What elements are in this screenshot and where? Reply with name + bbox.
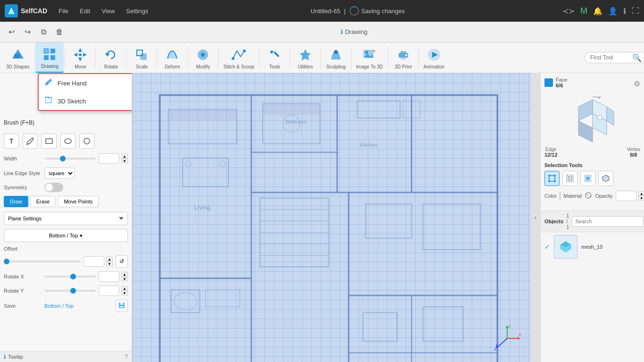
- rotatey-up[interactable]: ▲: [121, 286, 128, 291]
- rotatex-input[interactable]: 0: [99, 271, 119, 282]
- menu-view[interactable]: View: [97, 6, 119, 17]
- svg-rect-21: [274, 51, 280, 57]
- material-icon[interactable]: [585, 192, 592, 200]
- magic-icon[interactable]: M: [580, 6, 587, 16]
- copy-button[interactable]: ⧉: [36, 25, 51, 40]
- save-button[interactable]: [116, 300, 128, 312]
- oval-tool-icon[interactable]: [60, 134, 75, 149]
- face-count: 6/6: [556, 83, 567, 88]
- width-slider-thumb[interactable]: [60, 156, 66, 161]
- tool-scale[interactable]: Scale: [127, 42, 156, 73]
- tool-3dprint[interactable]: 3D Print: [389, 42, 418, 73]
- tool-3dshapes[interactable]: 3D Shapes: [2, 42, 33, 73]
- user-icon[interactable]: 👤: [608, 7, 618, 16]
- animation-label: Animation: [424, 64, 444, 69]
- offset-down[interactable]: ▼: [106, 261, 113, 266]
- freehand-item[interactable]: Free Hand F: [39, 74, 132, 92]
- opacity-input[interactable]: 100: [616, 191, 636, 201]
- app-logo[interactable]: SelfCAD: [5, 4, 47, 17]
- info-icon[interactable]: ℹ: [623, 7, 626, 16]
- rotatey-input[interactable]: 0: [99, 286, 119, 296]
- line-edge-style-select[interactable]: square round flat: [44, 168, 75, 179]
- offset-label: Offset: [4, 246, 42, 252]
- tool-image3d[interactable]: Image To 3D: [352, 42, 387, 73]
- delete-button[interactable]: 🗑: [52, 25, 67, 40]
- width-input[interactable]: 24: [99, 153, 119, 164]
- vertex-item: Vertex 8/8: [627, 147, 640, 158]
- rotatey-thumb[interactable]: [70, 288, 76, 294]
- search-input[interactable]: [572, 216, 644, 227]
- offset-slider[interactable]: [4, 261, 81, 262]
- select-vertex-icon[interactable]: [544, 171, 560, 186]
- menu-file[interactable]: File: [54, 6, 73, 17]
- tool-animation[interactable]: Animation: [420, 42, 448, 73]
- image3d-label: Image To 3D: [356, 64, 383, 69]
- view-cube[interactable]: [569, 95, 616, 142]
- sep7: [218, 46, 218, 69]
- tooltip-help-icon[interactable]: ?: [125, 354, 128, 360]
- width-down[interactable]: ▼: [121, 159, 128, 163]
- bottom-top-button[interactable]: Bottom / Top ▾: [4, 229, 128, 242]
- circle-tool-icon[interactable]: [79, 134, 94, 149]
- move-points-button[interactable]: Move Points: [58, 196, 99, 207]
- offset-input[interactable]: 0: [84, 256, 104, 267]
- tool-stitch[interactable]: Stitch & Scoop: [219, 42, 258, 73]
- share-icon[interactable]: ≺≻: [562, 7, 575, 16]
- width-up[interactable]: ▲: [121, 154, 128, 159]
- offset-up[interactable]: ▲: [106, 257, 113, 261]
- pencil-tool-icon[interactable]: [23, 134, 38, 149]
- symmetry-row: Symmetry: [4, 183, 128, 192]
- tool-rotate[interactable]: Rotate: [97, 42, 125, 73]
- undo-button[interactable]: ↩: [4, 25, 19, 40]
- select-face-icon[interactable]: [580, 171, 595, 186]
- find-tool-search-icon[interactable]: 🔍: [632, 53, 642, 62]
- rotatex-slider[interactable]: [44, 276, 96, 278]
- rotatex-down[interactable]: ▼: [121, 277, 128, 281]
- rotatex-thumb[interactable]: [70, 274, 76, 279]
- canvas-area[interactable]: Living Bedroom Kitchen 1364: [132, 73, 531, 362]
- draw-button[interactable]: Draw: [4, 196, 28, 207]
- offset-thumb[interactable]: [4, 259, 9, 264]
- redo-button[interactable]: ↪: [20, 25, 35, 40]
- notification-icon[interactable]: 🔔: [593, 7, 602, 16]
- svg-rect-3: [14, 54, 20, 59]
- object-item-mesh10[interactable]: ✓ mesh_10: [541, 232, 644, 261]
- select-edge-icon[interactable]: [562, 171, 577, 186]
- offset-reset-button[interactable]: ↺: [116, 255, 128, 268]
- panel-toggle[interactable]: ‹: [531, 73, 540, 362]
- tool-drawing[interactable]: Drawing: [35, 42, 64, 73]
- rotatex-up[interactable]: ▲: [121, 272, 128, 277]
- erase-button[interactable]: Erase: [30, 196, 56, 207]
- saving-text: Saving changes: [361, 8, 405, 15]
- tool-deform[interactable]: Deform: [158, 42, 186, 73]
- text-tool-icon[interactable]: T: [4, 134, 19, 149]
- tool-utilities[interactable]: Utilities: [291, 42, 319, 73]
- 3dsketch-item[interactable]: 3D Sketch K: [39, 92, 132, 110]
- save-value: Bottom / Top: [44, 303, 113, 309]
- rotate-icon: [102, 46, 119, 63]
- rotatey-down[interactable]: ▼: [121, 291, 128, 295]
- rotatey-slider[interactable]: [44, 290, 96, 292]
- tool-tools[interactable]: Tools: [260, 42, 289, 73]
- svg-rect-8: [50, 55, 55, 60]
- fullscreen-icon[interactable]: ⛶: [632, 7, 639, 15]
- settings-gear-icon[interactable]: ⚙: [634, 79, 640, 88]
- save-row: Save Bottom / Top: [4, 300, 128, 312]
- rect-tool-icon[interactable]: [42, 134, 57, 149]
- opacity-up[interactable]: ▲: [638, 191, 644, 196]
- tool-move[interactable]: Move: [66, 42, 94, 73]
- tool-sculpting[interactable]: Sculpting: [322, 42, 350, 73]
- plane-settings-select[interactable]: Plane Settings: [4, 212, 128, 225]
- select-object-icon[interactable]: [598, 171, 613, 186]
- symmetry-toggle[interactable]: [44, 183, 63, 192]
- rotatey-row: Rotate Y 0 ▲ ▼: [4, 286, 128, 296]
- 3dprint-label: 3D Print: [395, 64, 412, 69]
- tool-modify[interactable]: Modify: [189, 42, 217, 73]
- face-info-text: Face 6/6: [556, 77, 567, 88]
- width-slider-track[interactable]: [44, 158, 96, 160]
- menu-settings[interactable]: Settings: [121, 6, 153, 17]
- edge-item: Edge 12/12: [544, 147, 558, 158]
- menu-edit[interactable]: Edit: [75, 6, 95, 17]
- color-swatch[interactable]: [560, 192, 560, 200]
- opacity-down[interactable]: ▼: [638, 196, 644, 201]
